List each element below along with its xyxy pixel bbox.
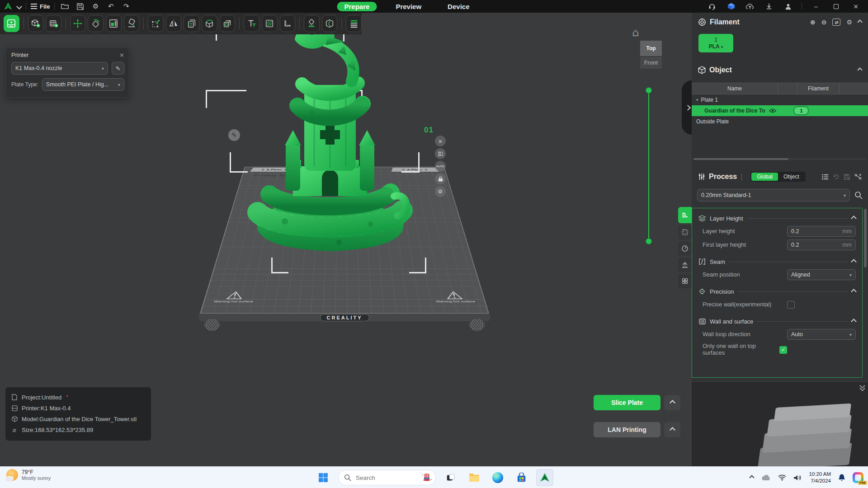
filament-assignment[interactable]: 1 xyxy=(780,106,822,115)
window-minimize-button[interactable]: – xyxy=(810,1,822,12)
open-project-button[interactable] xyxy=(59,1,70,11)
home-view-button[interactable]: ⌂ xyxy=(632,26,639,39)
model-library-icon[interactable] xyxy=(726,1,736,11)
file-explorer-button[interactable] xyxy=(466,469,483,486)
window-maximize-button[interactable] xyxy=(830,1,842,12)
search-parameters-icon[interactable] xyxy=(854,191,863,199)
move-tool[interactable] xyxy=(70,15,86,32)
pattern-fill-tool[interactable] xyxy=(262,15,278,32)
save-project-button[interactable] xyxy=(75,1,85,11)
save-preset-icon[interactable] xyxy=(844,174,850,180)
plate-settings-button[interactable]: ⚙ xyxy=(435,186,446,197)
scope-global-button[interactable]: Global xyxy=(751,173,778,181)
taskbar-weather-widget[interactable]: 79°F Mostly sunny xyxy=(6,469,51,481)
collapse-object-button[interactable] xyxy=(857,67,862,72)
settings-button[interactable]: ⚙ xyxy=(90,1,101,11)
window-close-button[interactable]: × xyxy=(850,1,862,12)
tab-preview[interactable]: Preview xyxy=(388,2,429,11)
download-icon[interactable] xyxy=(764,1,774,11)
group-wall-and-surface[interactable]: Wall and surface xyxy=(692,316,862,327)
add-filament-button[interactable]: ⊕ xyxy=(810,19,816,26)
plate-auto-arrange-button[interactable]: AUTO xyxy=(435,161,446,172)
parameter-list-icon[interactable] xyxy=(822,174,829,180)
upload-cloud-icon[interactable] xyxy=(745,1,755,11)
taskbar-search[interactable] xyxy=(338,470,436,485)
lan-printing-button[interactable]: LAN Printing xyxy=(594,422,660,437)
microsoft-store-button[interactable] xyxy=(513,469,530,486)
slider-knob-top[interactable] xyxy=(646,87,652,94)
clone-tool[interactable] xyxy=(184,15,199,32)
scope-object-button[interactable]: Object xyxy=(778,173,805,181)
notification-bell-icon[interactable] xyxy=(838,474,845,482)
redo-button[interactable]: ↷ xyxy=(121,1,132,11)
filament-settings-button[interactable]: ⚙ xyxy=(846,19,852,26)
view-slider[interactable] xyxy=(646,87,652,244)
onedrive-icon[interactable] xyxy=(761,474,771,481)
copilot-button[interactable]: PRE xyxy=(853,472,863,483)
tab-prepare[interactable]: Prepare xyxy=(337,2,377,11)
compare-preset-icon[interactable] xyxy=(854,174,862,180)
split-tool[interactable] xyxy=(322,15,338,32)
slice-options-button[interactable] xyxy=(664,395,680,410)
view-front-button[interactable]: Front xyxy=(640,57,662,69)
edit-printer-button[interactable]: ✎ xyxy=(112,62,124,75)
group-precision[interactable]: Precision xyxy=(692,286,862,297)
group-layer-height[interactable]: Layer Height xyxy=(692,213,862,224)
print-options-button[interactable] xyxy=(664,422,680,437)
app-menu-chevron-icon[interactable] xyxy=(16,4,22,9)
wifi-icon[interactable] xyxy=(778,474,786,481)
printer-select[interactable]: K1 Max-0.4 nozzle ▾ xyxy=(11,62,108,75)
assembly-tool[interactable] xyxy=(220,15,236,32)
printer-panel-close-button[interactable]: × xyxy=(119,52,124,58)
collapse-group-icon[interactable] xyxy=(851,319,857,324)
slice-plate-button[interactable]: Slice Plate xyxy=(594,395,660,410)
tab-device[interactable]: Device xyxy=(440,2,476,11)
view-top-button[interactable]: Top xyxy=(640,41,662,56)
table-row-model-selected[interactable]: Guardian of the Dice To 1 xyxy=(692,105,868,116)
taskbar-clock[interactable]: 10:20 AM 7/4/2024 xyxy=(809,471,831,484)
category-others-tab[interactable] xyxy=(678,274,692,288)
plate-delete-button[interactable]: × xyxy=(435,136,446,146)
table-row-plate[interactable]: ▾Plate 1 xyxy=(692,94,868,105)
plate-lock-button[interactable] xyxy=(435,174,446,184)
precise-wall-checkbox[interactable] xyxy=(787,301,795,309)
wall-loop-direction-select[interactable]: Auto ▾ xyxy=(787,329,856,340)
layer-height-input[interactable]: 0.2 mm xyxy=(787,226,856,237)
group-seam[interactable]: Seam xyxy=(692,256,862,267)
plate-list-button[interactable] xyxy=(435,148,446,159)
tray-overflow-button[interactable] xyxy=(750,475,755,480)
model-guardian-dice-tower[interactable] xyxy=(244,17,416,279)
file-menu[interactable]: File xyxy=(31,3,50,10)
creality-print-taskbar-button[interactable] xyxy=(536,469,553,486)
text-tool[interactable] xyxy=(244,15,259,32)
merge-tool[interactable] xyxy=(202,15,217,32)
reset-preset-icon[interactable] xyxy=(833,174,840,180)
object-table-scrollbar[interactable] xyxy=(693,158,866,160)
first-layer-height-input[interactable]: 0.2 mm xyxy=(787,239,856,250)
collapse-group-icon[interactable] xyxy=(851,289,857,295)
task-view-button[interactable] xyxy=(442,469,459,486)
swap-filament-button[interactable]: ⇄ xyxy=(832,19,840,26)
scale-tool[interactable] xyxy=(148,15,164,32)
lay-on-face-tool[interactable] xyxy=(124,15,140,32)
plate-edit-button[interactable]: ✎ xyxy=(228,129,240,141)
measure-tool[interactable] xyxy=(280,15,296,32)
support-paint-tool[interactable] xyxy=(304,15,320,32)
settings-scrollbar[interactable] xyxy=(864,209,867,267)
slider-knob-bottom[interactable] xyxy=(646,238,652,244)
add-model-button[interactable] xyxy=(28,15,44,32)
process-preset-select[interactable]: 0.20mm Standard-1 ▾ xyxy=(697,189,850,202)
category-speed-tab[interactable] xyxy=(678,241,692,256)
undo-button[interactable]: ↶ xyxy=(105,1,116,11)
only-one-wall-checkbox[interactable]: ✓ xyxy=(779,346,787,354)
category-strength-tab[interactable] xyxy=(678,225,692,239)
search-input[interactable] xyxy=(355,474,417,482)
user-account-icon[interactable] xyxy=(783,1,793,11)
layer-settings-tool[interactable] xyxy=(346,15,362,32)
visibility-toggle[interactable] xyxy=(765,107,780,114)
device-plate-tool[interactable] xyxy=(4,15,19,32)
auto-arrange-tool[interactable] xyxy=(106,15,122,32)
volume-icon[interactable] xyxy=(793,474,802,481)
remove-filament-button[interactable]: ⊖ xyxy=(821,19,827,26)
add-plate-button[interactable] xyxy=(46,15,61,32)
